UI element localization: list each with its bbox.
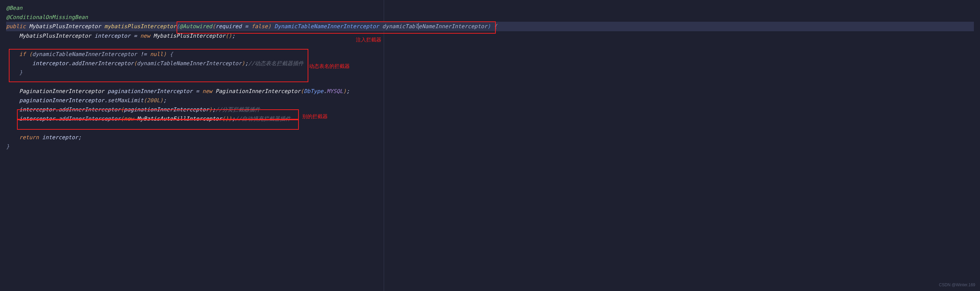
- code-line: interceptor.addInnerInterceptor(dynamicT…: [6, 59, 974, 68]
- code-line: paginationInnerInterceptor.setMaxLimit(2…: [6, 96, 974, 105]
- code-line: interceptor.addInnerInterceptor(new MyBa…: [6, 114, 974, 123]
- code-line-highlighted: public MybatisPlusInterceptor mybatisPlu…: [6, 22, 974, 31]
- annotation: @Bean: [6, 5, 22, 11]
- code-editor[interactable]: @Bean @ConditionalOnMissingBean public M…: [0, 0, 980, 154]
- code-line: interceptor.addInnerInterceptor(paginati…: [6, 105, 974, 114]
- code-line: @ConditionalOnMissingBean: [6, 13, 974, 22]
- annotation-label-other: 别的拦截器: [302, 112, 328, 121]
- text-cursor: [418, 23, 419, 30]
- code-line-blank: [6, 40, 974, 49]
- watermark: CSDN @Winter.169: [939, 281, 975, 288]
- code-line: }: [6, 142, 974, 151]
- code-line: return interceptor;: [6, 133, 974, 142]
- code-line-blank: [6, 123, 974, 132]
- annotation: @ConditionalOnMissingBean: [6, 14, 88, 21]
- code-line: MybatisPlusInterceptor interceptor = new…: [6, 31, 974, 40]
- code-line: }: [6, 68, 974, 77]
- annotation-label-dynamic: 动态表名的拦截器: [309, 62, 350, 71]
- code-line: PaginationInnerInterceptor paginationInn…: [6, 87, 974, 96]
- annotation-label-inject: 注入拦截器: [356, 35, 381, 44]
- code-line-blank: [6, 78, 974, 87]
- code-line: if (dynamicTableNameInnerInterceptor != …: [6, 49, 974, 59]
- code-line: @Bean: [6, 3, 974, 13]
